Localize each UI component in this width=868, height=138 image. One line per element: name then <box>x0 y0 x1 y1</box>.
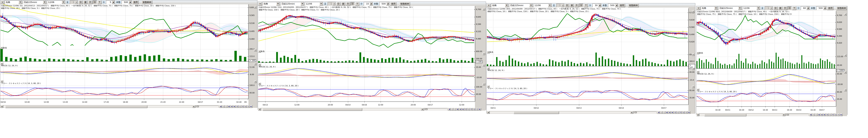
spinner-icon[interactable]: ◢ <box>333 2 336 5</box>
pane-collapse-button[interactable]: ▼ <box>692 67 694 70</box>
pane-collapse-button[interactable]: ▼ <box>844 89 847 91</box>
chart-tool-button[interactable]: ▶ <box>840 113 842 116</box>
chart-tool-button[interactable]: － <box>454 108 456 110</box>
chart-tool-button[interactable]: ◆ <box>456 108 459 110</box>
window-menu-button[interactable]: ▼ <box>697 6 700 10</box>
chart-tool-button[interactable]: L <box>677 111 679 114</box>
spinner-icon[interactable]: ◢ <box>129 1 131 4</box>
pane-collapse-button[interactable]: ▼ <box>483 8 485 10</box>
contract-select[interactable]: 12/06 ▼ <box>47 0 65 4</box>
pane-collapse-button[interactable]: ▼ <box>254 49 256 51</box>
pane-collapse-button[interactable]: ▼ <box>483 83 485 85</box>
contract-select[interactable]: 12/06 ▼ <box>742 6 760 10</box>
spinner-icon[interactable]: ◢ <box>598 4 601 7</box>
pane-collapse-button[interactable]: ▼ <box>258 64 261 66</box>
chart-tool-button[interactable]: ▪ <box>820 113 823 116</box>
chart-tool-button[interactable]: － <box>815 113 817 116</box>
pane-collapse-button[interactable]: ▼ <box>254 6 256 8</box>
pane-collapse-button[interactable]: ▼ <box>844 71 847 74</box>
daily-button[interactable]: 日 <box>336 2 340 6</box>
chart-tool-button[interactable]: D <box>236 105 239 108</box>
tick-button[interactable]: T <box>97 1 101 4</box>
chart-tool-button[interactable]: ◎ <box>244 105 247 108</box>
chevron-down-icon[interactable]: ▼ <box>714 6 718 10</box>
minutes-spinner[interactable]: 15 ◢ <box>364 2 373 6</box>
pane-collapse-button[interactable]: ▼ <box>487 67 490 70</box>
chart-tool-button[interactable]: R <box>832 113 834 116</box>
chart-tool-button[interactable]: R <box>470 108 473 110</box>
chart-tool-button[interactable]: ◎ <box>473 108 475 110</box>
pane-collapse-button[interactable]: ▼ <box>844 13 847 15</box>
daily-button[interactable]: 日 <box>565 4 569 7</box>
scrollbar-track[interactable] <box>3 105 192 108</box>
pane-collapse-button[interactable]: ▼ <box>697 89 699 91</box>
minutes-spinner[interactable]: 5 ◢ <box>106 0 115 4</box>
chart-tool-button[interactable]: ◀ <box>657 111 660 114</box>
scrollbar-thumb[interactable] <box>5 105 147 108</box>
interval-spinner[interactable]: 1 ◢ <box>328 2 336 6</box>
zoom-slider[interactable] <box>786 114 808 116</box>
monthly-button[interactable]: 月 <box>346 2 350 6</box>
chart-tool-button[interactable]: ＋ <box>451 108 454 110</box>
chart-tool-button[interactable]: R <box>242 105 244 108</box>
chevron-down-icon[interactable]: ▼ <box>529 4 533 7</box>
apply-button[interactable]: 適用 <box>827 6 833 10</box>
scrollbar-thumb[interactable] <box>263 108 362 111</box>
chevron-down-icon[interactable]: ▼ <box>319 2 323 5</box>
daily-button[interactable]: 日 <box>773 6 778 10</box>
scroll-right-arrow[interactable]: ▶ <box>192 105 195 108</box>
daily-button[interactable]: 日 <box>79 1 83 4</box>
pane-collapse-button[interactable]: ▼ <box>254 63 256 65</box>
instrument-select[interactable]: 日経225mini ▼ <box>23 0 46 4</box>
chart-tool-button[interactable]: D <box>826 113 829 116</box>
pane-collapse-button[interactable]: ▼ <box>692 53 694 56</box>
pane-collapse-button[interactable]: ▼ <box>254 81 256 83</box>
chart-tool-button[interactable]: R <box>680 111 682 114</box>
chart-tool-button[interactable]: ◆ <box>665 111 668 114</box>
scroll-right-arrow[interactable]: ▶ <box>630 111 633 114</box>
chart-tool-button[interactable]: ▶ <box>233 105 236 108</box>
zoom-slider-thumb[interactable] <box>634 112 637 113</box>
scroll-left-arrow[interactable]: ◀ <box>696 113 699 116</box>
scroll-right-arrow[interactable]: ▶ <box>782 113 785 116</box>
chevron-down-icon[interactable]: ▼ <box>756 6 760 10</box>
pane-collapse-button[interactable]: ▼ <box>1 47 3 49</box>
chevron-down-icon[interactable]: ▼ <box>62 1 65 4</box>
chevron-down-icon[interactable]: ▼ <box>738 6 742 10</box>
multi-symbol-button[interactable]: 複数銘柄 <box>142 1 152 4</box>
pane-collapse-button[interactable]: ▼ <box>258 50 261 53</box>
spinner-icon[interactable]: ◢ <box>770 6 773 10</box>
pane-collapse-button[interactable]: ▼ <box>697 71 699 73</box>
chart-tool-button[interactable]: ＋ <box>222 105 225 108</box>
chart-tool-button[interactable]: ▪ <box>669 111 671 114</box>
interval-spinner[interactable]: 1 ◢ <box>70 0 78 4</box>
instrument-select[interactable]: 日経225mini ▼ <box>509 4 533 7</box>
zoom-slider-thumb[interactable] <box>425 109 428 110</box>
pane-collapse-button[interactable]: ▼ <box>692 10 694 13</box>
minutes-spinner[interactable]: 60 ◢ <box>801 6 810 10</box>
scrollbar-thumb[interactable] <box>705 114 746 116</box>
interval-spinner[interactable]: 1 ◢ <box>556 4 564 7</box>
category-select[interactable]: 先物 ▼ <box>701 6 718 10</box>
chevron-down-icon[interactable]: ▼ <box>276 2 280 5</box>
chart-tool-button[interactable]: L <box>829 113 831 116</box>
chart-tool-button[interactable]: ◀ <box>809 113 812 116</box>
chart-tool-button[interactable]: ◎ <box>834 113 837 116</box>
category-select[interactable]: 先物 ▼ <box>491 4 508 7</box>
window-menu-button[interactable]: ▼ <box>487 4 491 7</box>
pane-collapse-button[interactable]: ▼ <box>1 62 3 65</box>
contract-select[interactable]: 12/06 ▼ <box>305 2 323 6</box>
minute-button[interactable]: 分 <box>787 6 792 10</box>
chevron-down-icon[interactable]: ▼ <box>301 2 304 5</box>
chart-tool-button[interactable]: Ｘ <box>247 105 250 108</box>
weekly-button[interactable]: 週 <box>83 1 87 4</box>
tick-button[interactable]: T <box>355 2 359 6</box>
chart-tool-button[interactable]: ◀ <box>448 108 451 110</box>
pane-collapse-button[interactable]: ▼ <box>487 51 490 53</box>
chevron-down-icon[interactable]: ▼ <box>548 4 552 7</box>
spinner-icon[interactable]: ◢ <box>615 4 618 7</box>
spinner-icon[interactable]: ◢ <box>112 1 115 4</box>
tick-button[interactable]: T <box>584 4 588 7</box>
scroll-right-arrow[interactable]: ▶ <box>421 108 424 110</box>
chart-tool-button[interactable]: ▶ <box>462 108 464 110</box>
